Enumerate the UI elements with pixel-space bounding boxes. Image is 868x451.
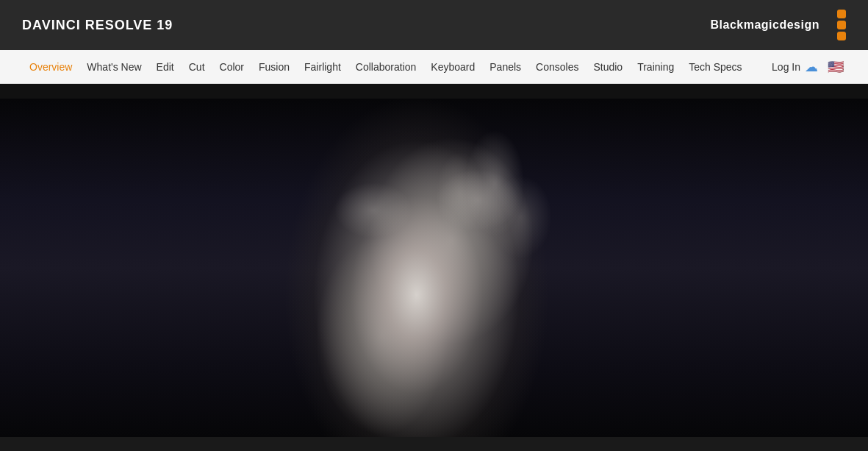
- sub-nav-bar: [0, 84, 868, 99]
- logo-grid-icon: [825, 10, 846, 40]
- nav-item-consoles[interactable]: Consoles: [528, 50, 586, 84]
- nav-links: Overview What's New Edit Cut Color Fusio…: [22, 50, 772, 84]
- site-title: DAVINCI RESOLVE 19: [22, 18, 173, 33]
- nav-item-tech-specs[interactable]: Tech Specs: [681, 50, 749, 84]
- hero-hair-detail: [0, 99, 868, 437]
- nav-item-training[interactable]: Training: [630, 50, 681, 84]
- main-nav: Overview What's New Edit Cut Color Fusio…: [0, 50, 868, 84]
- nav-item-edit[interactable]: Edit: [149, 50, 182, 84]
- language-flag[interactable]: 🇺🇸: [825, 60, 846, 74]
- logo-cell-empty-1: [825, 10, 834, 18]
- nav-item-studio[interactable]: Studio: [586, 50, 630, 84]
- login-button[interactable]: Log In ☁: [772, 59, 818, 75]
- site-header: DAVINCI RESOLVE 19 Blackmagicdesign: [0, 0, 868, 50]
- nav-item-fusion[interactable]: Fusion: [251, 50, 297, 84]
- nav-item-collaboration[interactable]: Collaboration: [348, 50, 424, 84]
- logo-cell-2: [837, 21, 846, 29]
- nav-right: Log In ☁ 🇺🇸: [772, 59, 846, 75]
- logo-text: Blackmagicdesign: [711, 18, 820, 32]
- logo-cell-3: [837, 32, 846, 40]
- nav-item-panels[interactable]: Panels: [482, 50, 528, 84]
- nav-item-keyboard[interactable]: Keyboard: [423, 50, 482, 84]
- nav-item-whats-new[interactable]: What's New: [79, 50, 148, 84]
- hero-image: [0, 99, 868, 437]
- logo-text-bold: design: [779, 18, 819, 31]
- nav-item-color[interactable]: Color: [212, 50, 251, 84]
- logo-area: Blackmagicdesign: [711, 10, 847, 40]
- nav-item-cut[interactable]: Cut: [182, 50, 212, 84]
- logo-cell-empty-2: [825, 21, 834, 29]
- hero-section: [0, 99, 868, 437]
- login-label: Log In: [772, 61, 800, 73]
- nav-item-fairlight[interactable]: Fairlight: [297, 50, 348, 84]
- logo-cell-1: [837, 10, 846, 18]
- cloud-icon: ☁: [805, 59, 818, 75]
- logo-cell-empty-3: [825, 32, 834, 40]
- logo-text-light: Blackmagic: [711, 18, 780, 31]
- nav-item-overview[interactable]: Overview: [22, 50, 79, 84]
